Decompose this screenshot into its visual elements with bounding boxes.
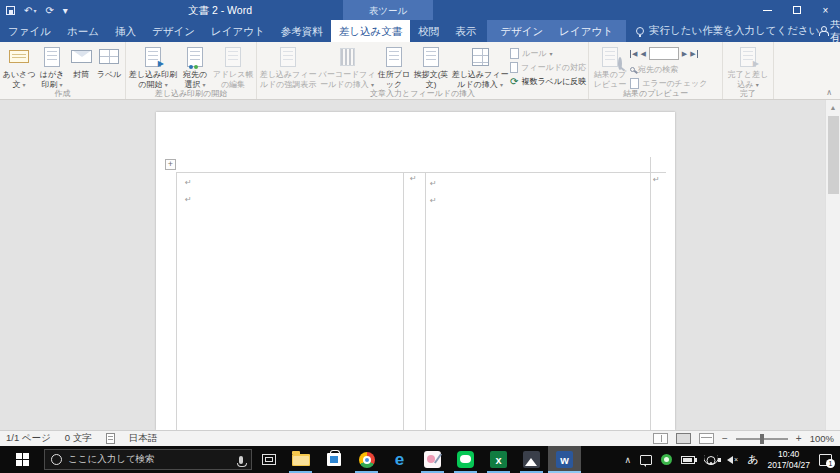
title-bar: ↶▾ ⟳ ▾ 文書 2 - Word 表ツール × — [0, 0, 840, 20]
redo-button[interactable]: ⟳ — [45, 5, 53, 16]
taskbar-file-explorer[interactable] — [284, 446, 317, 473]
table-tools-header: 表ツール — [343, 0, 433, 20]
tab-design[interactable]: デザイン — [144, 20, 203, 42]
preview-results-icon — [602, 44, 618, 69]
table-move-handle[interactable]: + — [165, 159, 176, 170]
select-recipients-button[interactable]: 宛先の選択 ▾ — [179, 44, 211, 90]
tell-me-box[interactable]: 実行したい作業を入力してください — [636, 20, 819, 42]
taskbar-app[interactable] — [416, 446, 449, 473]
tab-home[interactable]: ホーム — [59, 20, 107, 42]
excel-icon: x — [490, 451, 507, 468]
update-labels-button[interactable]: ⟳複数ラベルに反映 — [510, 76, 586, 87]
tab-view[interactable]: 表示 — [447, 20, 484, 42]
document-page[interactable]: + ↵ ↵ ↵ ↵ ↵ ↵ — [156, 112, 675, 430]
record-number-input[interactable] — [649, 47, 679, 60]
taskbar-line[interactable] — [449, 446, 482, 473]
previous-record-button[interactable]: ◀ — [640, 50, 645, 58]
group-write-insert-fields: 差し込みフィールドの強調表示 バーコードフィールドの挿入 ▾ 住所ブロック 挨拶… — [257, 42, 589, 99]
first-record-button[interactable]: ◀ — [630, 50, 637, 58]
save-button[interactable] — [6, 6, 15, 15]
tab-mailings[interactable]: 差し込み文書 — [331, 20, 411, 42]
undo-button[interactable]: ↶▾ — [24, 5, 36, 16]
group-label-create: 作成 — [0, 88, 125, 99]
action-center-button[interactable]: 1 — [819, 454, 832, 466]
tab-review[interactable]: 校閲 — [410, 20, 447, 42]
ribbon: あいさつ文 ▾ はがき印刷 ▾ 封筒 ラベル 作成 ▶ 差し込み印刷の開始 ▾ — [0, 42, 840, 100]
taskbar-edge[interactable]: e — [383, 446, 416, 473]
chat-tray-icon[interactable] — [640, 455, 652, 465]
line-icon — [457, 451, 474, 468]
scrollbar-thumb[interactable] — [828, 116, 839, 194]
edge-icon: e — [395, 451, 404, 468]
greeting-text-button[interactable]: あいさつ文 ▾ — [2, 44, 36, 90]
print-layout-button[interactable] — [676, 433, 691, 444]
microphone-icon[interactable] — [239, 456, 243, 464]
tab-table-design[interactable]: デザイン — [492, 20, 551, 42]
rules-column: ルール ▾ フィールドの対応 ⟳複数ラベルに反映 — [510, 44, 586, 87]
word-count[interactable]: 0 文字 — [65, 432, 92, 445]
page-count[interactable]: 1/1 ページ — [6, 432, 51, 445]
tab-table-layout[interactable]: レイアウト — [551, 20, 621, 42]
tab-layout[interactable]: レイアウト — [203, 20, 273, 42]
system-tray: ∧ × あ 10:40 2017/04/27 1 — [617, 449, 840, 470]
scroll-up-icon[interactable]: ▲ — [826, 100, 840, 111]
labels-button[interactable]: ラベル — [95, 44, 123, 80]
web-layout-button[interactable] — [699, 433, 714, 444]
task-view-button[interactable] — [262, 454, 276, 465]
taskbar-excel[interactable]: x — [482, 446, 515, 473]
greeting-icon — [9, 44, 29, 69]
wifi-icon[interactable] — [704, 455, 718, 465]
proofing-icon[interactable] — [106, 433, 115, 444]
word-icon: w — [556, 451, 573, 468]
tab-file[interactable]: ファイル — [0, 20, 59, 42]
volume-muted-icon[interactable]: × — [727, 456, 738, 464]
language-status[interactable]: 日本語 — [129, 432, 158, 445]
taskbar-word[interactable]: w — [548, 446, 581, 473]
edit-recipient-list-icon — [225, 44, 241, 69]
share-button[interactable]: 共有 — [819, 17, 840, 45]
zoom-level[interactable]: 100% — [810, 433, 834, 444]
zoom-slider[interactable] — [736, 438, 788, 440]
battery-icon[interactable] — [681, 456, 695, 464]
address-block-icon — [386, 44, 402, 69]
green-app-tray-icon[interactable] — [661, 454, 672, 465]
greeting-line-button[interactable]: 挨拶文(英文) — [412, 44, 450, 90]
document-area: + ↵ ↵ ↵ ↵ ↵ ↵ ▲ — [0, 100, 840, 430]
hagaki-print-button[interactable]: はがき印刷 ▾ — [37, 44, 67, 90]
table-tools-tabs: デザイン レイアウト — [487, 20, 626, 42]
start-mail-merge-button[interactable]: ▶ 差し込み印刷の開始 ▾ — [128, 44, 178, 90]
chrome-icon — [359, 452, 375, 468]
zoom-in-button[interactable]: + — [796, 433, 802, 444]
insert-merge-field-button[interactable]: 差し込みフィールドの挿入 ▾ — [451, 44, 509, 90]
tab-insert[interactable]: 挿入 — [107, 20, 144, 42]
taskbar-photos[interactable] — [515, 446, 548, 473]
tab-references[interactable]: 参考資料 — [273, 20, 331, 42]
hidden-icons-button[interactable]: ∧ — [625, 455, 632, 465]
taskbar-chrome[interactable] — [350, 446, 383, 473]
read-mode-button[interactable] — [653, 433, 668, 444]
address-block-button[interactable]: 住所ブロック — [377, 44, 411, 90]
taskbar-search[interactable]: ここに入力して検索 — [44, 449, 252, 470]
chevron-down-icon: ▾ — [33, 7, 36, 14]
rules-icon — [510, 48, 519, 59]
taskbar-clock[interactable]: 10:40 2017/04/27 — [767, 449, 810, 470]
vertical-scrollbar[interactable]: ▲ — [825, 100, 840, 430]
envelope-button[interactable]: 封筒 — [68, 44, 94, 80]
minimize-button[interactable] — [753, 0, 782, 20]
person-icon — [819, 26, 826, 36]
zoom-out-button[interactable]: − — [722, 433, 728, 444]
customize-qat-button[interactable]: ▾ — [63, 5, 68, 16]
close-button[interactable]: × — [811, 0, 840, 20]
last-record-button[interactable]: ▶ — [690, 50, 697, 58]
cortana-icon — [51, 454, 62, 465]
collapse-ribbon-button[interactable]: ∧ — [826, 88, 832, 97]
start-button[interactable] — [0, 446, 44, 473]
zoom-slider-thumb[interactable] — [760, 434, 764, 444]
search-placeholder: ここに入力して検索 — [68, 453, 233, 466]
restore-button[interactable] — [782, 0, 811, 20]
taskbar-store[interactable] — [317, 446, 350, 473]
notification-badge: 1 — [826, 459, 835, 468]
ime-indicator[interactable]: あ — [747, 452, 758, 467]
photos-icon — [523, 451, 540, 468]
next-record-button[interactable]: ▶ — [682, 50, 687, 58]
